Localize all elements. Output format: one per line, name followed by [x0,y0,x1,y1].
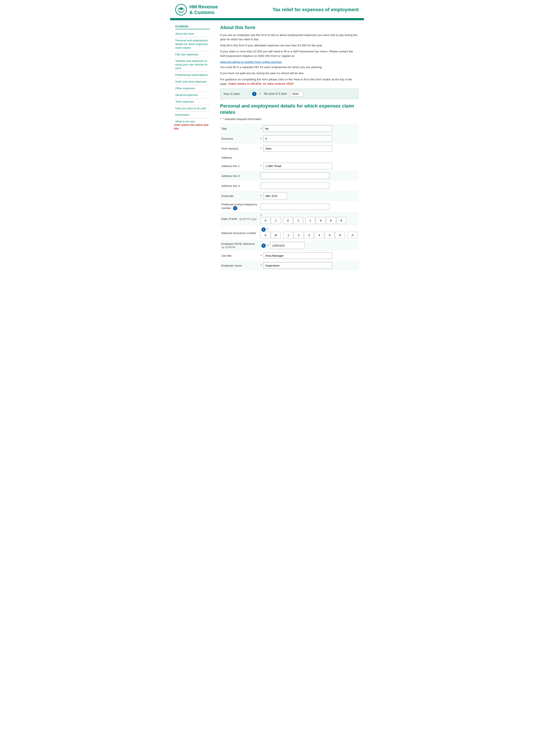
firstname-input[interactable] [263,145,332,152]
about-para3: If your claim is more than £2,500 you wi… [220,49,359,58]
tax-year-label: Tax year to 5 April [264,92,287,96]
nino-box-1[interactable] [271,232,281,239]
sidebar-item-professional[interactable]: Professional subscriptions [175,72,210,78]
dob-box-2[interactable] [283,217,293,224]
year-help-icon[interactable]: ? [252,92,256,96]
sidebar-item-hotel[interactable]: Hotel and meal expenses [175,78,210,85]
postcode-input[interactable] [263,192,287,199]
personal-section: Personal and employment details for whic… [220,103,359,270]
personal-form-table: Title * John enters his name and title [220,124,359,270]
firstname-label: First name(s) [220,144,259,153]
phone-help-icon[interactable]: ? [233,206,237,210]
employer-input[interactable] [263,262,332,269]
paye-input[interactable] [270,242,305,249]
address2-input[interactable] [261,173,329,179]
gov-link[interactable]: www.gov.uk/log-in-register-hmrc-online-s… [220,60,282,64]
page-header: HM Revenue & Customs Tax relief for expe… [170,0,364,19]
address-header-row: Address [220,153,359,161]
year-of-claim-row: Year of claim ? * Tax year to 5 April [220,89,359,99]
nino-label: National Insurance number [221,231,256,235]
surname-input[interactable] [263,135,332,142]
about-heading: About this form [220,25,359,31]
paye-hint: eg 123/A246 [221,246,235,249]
jobtitle-input[interactable] [263,252,332,259]
sidebar-item-about[interactable]: About this form [175,31,210,37]
dob-box-1[interactable] [271,217,281,224]
dob-box-5[interactable] [316,217,326,224]
employer-row: Employer name * [220,260,359,270]
address1-label: Address line 1 [220,161,259,171]
dob-hint: eg dd mm yyyy [239,217,257,221]
nino-help-icon[interactable]: ? [261,228,266,232]
about-para4: You must fill in a separate P87 for each… [220,65,359,69]
sidebar-item-vehicles[interactable]: Vehicles and expenses of using your own … [175,58,210,72]
hmrc-logo [175,4,187,15]
dob-label: Date of birth [221,217,237,221]
about-para2: Only fill in this form if your allowable… [220,43,359,48]
nino-box-3[interactable] [294,232,304,239]
surname-row: Surname * [220,134,359,144]
title-input[interactable] [263,125,332,132]
nino-box-0[interactable] [261,232,270,239]
highlight-text: Claim relates to 2014/15, so John entere… [228,82,294,85]
dob-box-7[interactable] [336,217,346,224]
phone-input[interactable] [261,203,329,210]
main-content: About this form If you are an employee u… [213,25,364,270]
nino-box-4[interactable] [304,232,314,239]
title-label: Title [220,124,259,134]
dob-box-6[interactable] [326,217,336,224]
annot-name-title: John enters his name and title [174,123,214,131]
jobtitle-row: Job title * [220,251,359,260]
nino-box-8[interactable] [347,232,357,239]
paye-help-icon[interactable]: ? [261,244,266,248]
title-row: Title * [220,124,359,134]
about-para1: If you are an employee use this form to … [220,33,359,42]
nino-box-6[interactable] [325,232,335,239]
sidebar-contents-label: Contents [175,25,210,29]
nino-box-7[interactable] [335,232,345,239]
about-section: About this form If you are an employee u… [220,25,359,99]
address3-input[interactable] [261,182,329,189]
postcode-label: Postcode [220,191,259,201]
main-layout: Contents About this form Personal and em… [170,20,364,275]
nino-box-2[interactable] [283,232,293,239]
sidebar-item-total[interactable]: Total expenses [175,98,210,105]
about-para6: For guidance on completing this form ple… [220,77,359,86]
surname-label: Surname [220,134,259,144]
dob-box-3[interactable] [293,217,303,224]
dob-row: Date of birth eg dd mm yyyy * [220,212,359,226]
logo-text: HM Revenue & Customs [190,4,218,15]
address-label: Address [220,153,359,161]
sidebar: Contents About this form Personal and em… [170,25,213,270]
svg-marker-1 [179,7,183,10]
sidebar-item-other[interactable]: Other expenses [175,85,210,92]
sidebar-item-declaration[interactable]: Declaration [175,112,210,118]
paye-label: Employer PAYE reference [221,242,255,245]
dob-boxes [261,217,357,224]
paye-row: Employer PAYE reference eg 123/A246 ? * [220,240,359,251]
year-of-claim-label: Year of claim [223,92,249,95]
dob-box-0[interactable] [261,217,270,224]
address3-row: Address line 3 [220,181,359,191]
svg-rect-2 [179,12,183,13]
dob-box-4[interactable] [305,217,315,224]
address1-row: Address line 1 * [220,161,359,171]
employer-label: Employer name [220,260,259,270]
sidebar-item-general[interactable]: General expenses [175,92,210,98]
sidebar-item-personal[interactable]: Personal and employment details for whic… [175,37,210,51]
phone-row: Preferred contact telephone number ? [220,201,359,212]
about-para5: If you have not paid any tax during the … [220,71,359,75]
nino-box-5[interactable] [314,232,324,239]
phone-label: Preferred contact telephone number [221,203,257,210]
address2-row: Address line 2 [220,171,359,181]
page-title: Tax relief for expenses of employment [273,7,359,13]
jobtitle-label: Job title [220,251,259,260]
tax-year-input[interactable] [290,91,303,97]
address1-input[interactable] [263,163,332,169]
sidebar-item-payment[interactable]: How you want to be paid [175,105,210,112]
crown-icon [177,6,185,14]
nino-row: National Insurance number ? * [220,226,359,240]
sidebar-item-flatrate[interactable]: Flat rate expenses [175,51,210,58]
required-note: * * indicates required information [220,118,359,121]
logo-area: HM Revenue & Customs [175,4,218,15]
